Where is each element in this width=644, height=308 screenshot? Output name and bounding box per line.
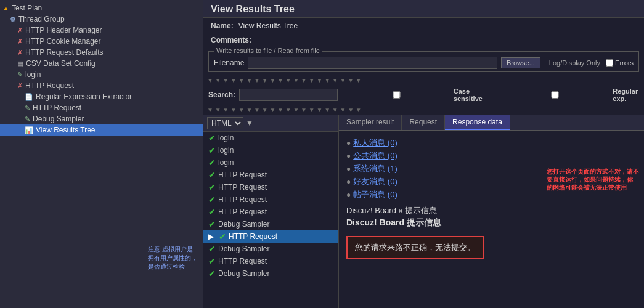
case-sensitive-label[interactable]: Case sensitive: [341, 87, 495, 102]
annotation-right: 您打开这个页面的方式不对，请不 要直接运行，如果问题持续，你 的网络可能会被无法…: [547, 168, 639, 192]
success-icon: ✔: [208, 207, 216, 217]
result-item[interactable]: ✔ HTTP Request: [203, 193, 338, 206]
case-sensitive-checkbox[interactable]: [341, 91, 452, 99]
success-icon: ✔: [208, 256, 216, 266]
filename-label: Filename: [214, 59, 244, 67]
doc-icon: 📄: [25, 93, 33, 101]
tree-item-http-request-2[interactable]: ✎ HTTP Request: [0, 102, 203, 113]
response-link-2[interactable]: 公共消息 (0): [353, 150, 397, 161]
bullet-icon: ●: [346, 152, 351, 160]
file-row: Filename Browse... Log/Display Only: Err…: [214, 54, 634, 69]
x-icon: ✗: [17, 82, 23, 90]
result-item-selected[interactable]: ▶ ✔ HTTP Request: [203, 230, 338, 243]
results-list-panel: HTML JSON XML Text ▼ ✔ login ✔ login ✔: [203, 115, 339, 308]
bullet-icon: ●: [346, 139, 351, 147]
tree-item-http-cookie[interactable]: ✗ HTTP Cookie Manager: [0, 36, 203, 47]
tree-item-login[interactable]: ✎ login: [0, 69, 203, 80]
tree-item-view-results-tree[interactable]: 📊 View Results Tree: [0, 124, 203, 136]
result-item[interactable]: ✔ HTTP Request: [203, 169, 338, 181]
tree-item-debug-sampler[interactable]: ✎ Debug Sampler: [0, 113, 203, 124]
pencil-icon: ✎: [17, 71, 23, 79]
tab-sampler-result[interactable]: Sampler result: [339, 115, 402, 130]
result-item[interactable]: ✔ HTTP Request: [203, 255, 338, 267]
discuz-board-title: Discuz! Board 提示信息: [346, 217, 637, 229]
file-section-title: Write results to file / Read from file: [214, 47, 322, 54]
tree-item-label: HTTP Request: [33, 103, 81, 112]
chart-icon: 📊: [25, 126, 33, 134]
errors-checkbox[interactable]: [606, 59, 613, 67]
result-item[interactable]: ✔ HTTP Request: [203, 181, 338, 193]
tree-item-label: HTTP Request: [25, 81, 74, 90]
result-item[interactable]: ✔ Debug Sampler: [203, 267, 338, 280]
name-value: View Results Tree: [238, 22, 298, 30]
results-list-body: ✔ login ✔ login ✔ login ✔ HTTP Request ✔: [203, 132, 338, 308]
success-icon: ✔: [208, 269, 216, 278]
success-icon: ✔: [208, 145, 216, 155]
tree-item-label: Regular Expression Extractor: [36, 92, 132, 101]
success-icon: ✔: [208, 244, 216, 254]
result-item[interactable]: ✔ login: [203, 144, 338, 156]
comments-label: Comments:: [211, 36, 251, 44]
filename-input[interactable]: [248, 57, 497, 69]
response-link-3[interactable]: 系统消息 (1): [353, 163, 397, 174]
tree-item-thread-group[interactable]: ⚙ Thread Group: [0, 14, 203, 25]
regular-exp-label[interactable]: Regular exp.: [499, 87, 644, 102]
content-panel: Sampler result Request Response data ● 私…: [339, 115, 644, 308]
tree-item-label: login: [25, 70, 41, 79]
divider-arrows-top: ▼ ▼ ▼ ▼ ▼ ▼ ▼ ▼ ▼ ▼ ▼ ▼ ▼ ▼ ▼ ▼ ▼ ▼ ▼ ▼: [203, 76, 644, 85]
success-icon: ✔: [208, 219, 216, 229]
tree-item-label: Thread Group: [18, 15, 65, 23]
result-item[interactable]: ✔ Debug Sampler: [203, 243, 338, 255]
arrow-right-icon: ▶: [208, 232, 214, 241]
name-label: Name:: [211, 22, 234, 30]
response-link-1[interactable]: 私人消息 (0): [353, 137, 397, 148]
response-line: ● 私人消息 (0): [346, 137, 637, 148]
error-message-text: 您的请求来路不正确，无法提交。: [355, 243, 475, 252]
discuz-board-arrow: Discuz! Board » 提示信息: [346, 205, 637, 216]
result-item[interactable]: ✔ login: [203, 132, 338, 144]
pencil-icon: ✎: [25, 104, 30, 112]
results-list-header: HTML JSON XML Text ▼: [203, 115, 338, 132]
content-body: ● 私人消息 (0) ● 公共消息 (0) ● 系统消息 (1) ● 好友消息 …: [339, 131, 644, 308]
gear-icon: ⚙: [10, 15, 16, 23]
name-row: Name: View Results Tree: [203, 18, 644, 34]
response-line: ● 公共消息 (0): [346, 150, 637, 161]
tree-item-http-request-parent[interactable]: ✗ HTTP Request: [0, 80, 203, 91]
result-item[interactable]: ✔ login: [203, 156, 338, 169]
success-icon: ✔: [219, 232, 226, 241]
search-input[interactable]: [239, 89, 338, 101]
tab-response-data[interactable]: Response data: [445, 115, 510, 130]
tree-item-label: Debug Sampler: [33, 115, 84, 123]
file-section: Write results to file / Read from file F…: [208, 51, 639, 72]
errors-checkbox-label[interactable]: Errors: [606, 59, 634, 67]
success-icon: ✔: [208, 170, 216, 180]
success-icon: ✔: [208, 195, 216, 205]
right-panel: View Results Tree Name: View Results Tre…: [203, 0, 644, 308]
success-icon: ✔: [208, 158, 216, 168]
tree-item-regex-extractor[interactable]: 📄 Regular Expression Extractor: [0, 91, 203, 102]
content-tabs: Sampler result Request Response data: [339, 115, 644, 131]
result-item[interactable]: ✔ HTTP Request: [203, 206, 338, 218]
search-row: Search: Case sensitive Regular exp. Sear…: [203, 85, 644, 105]
search-label: Search:: [208, 91, 235, 99]
format-select[interactable]: HTML JSON XML Text: [207, 117, 243, 129]
response-link-4[interactable]: 好友消息 (0): [353, 176, 397, 187]
browse-button[interactable]: Browse...: [501, 57, 540, 68]
results-area: HTML JSON XML Text ▼ ✔ login ✔ login ✔: [203, 115, 644, 308]
log-display-label: Log/Display Only:: [549, 59, 602, 67]
tree-item-csv[interactable]: ▤ CSV Data Set Config: [0, 58, 203, 69]
sort-icon: ▼: [246, 119, 253, 128]
tree-item-label: View Results Tree: [36, 126, 96, 134]
result-item[interactable]: ✔ Debug Sampler: [203, 218, 338, 230]
tree-item-label: HTTP Cookie Manager: [25, 37, 101, 46]
tree-item-http-header[interactable]: ✗ HTTP Header Manager: [0, 25, 203, 36]
tab-request[interactable]: Request: [402, 115, 445, 130]
tree-item-label: HTTP Request Defaults: [25, 48, 104, 57]
panel-title: View Results Tree: [203, 0, 644, 18]
bullet-icon: ●: [346, 177, 351, 186]
tree-item-test-plan[interactable]: ▲ Test Plan: [0, 2, 203, 14]
response-link-5[interactable]: 帖子消息 (0): [353, 189, 397, 200]
regular-exp-checkbox[interactable]: [499, 91, 611, 99]
tree-item-http-request-defaults[interactable]: ✗ HTTP Request Defaults: [0, 47, 203, 58]
tree-item-label: CSV Data Set Config: [26, 59, 96, 68]
